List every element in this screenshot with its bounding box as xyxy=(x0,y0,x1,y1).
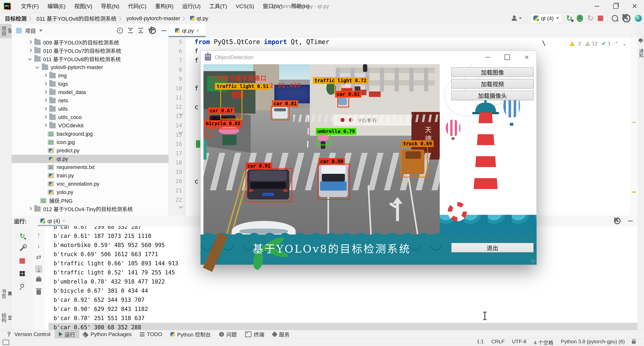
tree-item-voc_annotation.py[interactable]: voc_annotation.py xyxy=(12,180,168,188)
sidebar-tab-notifications[interactable]: 通知 xyxy=(638,47,644,60)
dialog-close-button[interactable]: × xyxy=(518,51,536,64)
down-arrow-icon[interactable]: ↓ xyxy=(37,243,40,248)
tree-item-utils_coco[interactable]: utils_coco xyxy=(12,113,168,121)
soft-wrap-icon[interactable]: ⇄ xyxy=(36,254,41,260)
tree-item-logs[interactable]: logs xyxy=(12,80,168,88)
load-image-button[interactable]: 加载图像 xyxy=(451,67,534,77)
search-icon[interactable] xyxy=(612,15,618,22)
console-line[interactable]: b'traffic light 0.52' 141 79 255 145 xyxy=(48,268,638,277)
debug-button[interactable] xyxy=(577,15,583,22)
project-panel-title[interactable]: 项目 xyxy=(25,27,36,35)
chevron-right-icon[interactable] xyxy=(27,40,33,45)
editor-scroll-strip[interactable] xyxy=(631,37,638,216)
toolbar-services[interactable]: 服务 xyxy=(268,330,294,338)
breadcrumb-item[interactable]: yolov8-pytorch-master xyxy=(126,15,180,22)
menu-item[interactable]: 工具(T) xyxy=(205,0,231,12)
layout-icon[interactable] xyxy=(2,339,9,345)
console-line[interactable]: b'car 0.90' 629 922 843 1182 xyxy=(48,304,638,314)
menu-item[interactable]: 视图(V) xyxy=(70,0,96,12)
dialog-maximize-button[interactable] xyxy=(498,51,516,64)
status-item[interactable]: CRLF xyxy=(491,339,505,346)
toolbar-run[interactable]: 运行 xyxy=(55,330,79,338)
chevron-right-icon[interactable] xyxy=(42,106,48,112)
minimize-button[interactable] xyxy=(587,0,606,12)
toolbar-terminal[interactable]: 终端 xyxy=(241,330,268,338)
chevron-right-icon[interactable] xyxy=(42,73,48,78)
menu-item[interactable]: 重构(R) xyxy=(151,0,178,12)
exit-button[interactable]: 退出 xyxy=(451,243,534,252)
dialog-minimize-button[interactable] xyxy=(479,51,496,64)
stop-button[interactable] xyxy=(598,16,603,21)
sidebar-tab-project[interactable]: 项目 xyxy=(0,24,12,38)
breadcrumb-item[interactable]: 011 基于YOLOv8的目标检测系统 xyxy=(36,15,116,22)
tree-item--.png[interactable]: 捕获.PNG xyxy=(12,196,168,205)
chevron-down-icon[interactable] xyxy=(39,30,42,32)
next-problem-icon[interactable]: ⌄ xyxy=(622,41,626,47)
tree-item-train.py[interactable]: train.py xyxy=(12,171,168,180)
tree-item-icon.jpg[interactable]: icon.jpg xyxy=(12,138,168,146)
chevron-down-icon[interactable] xyxy=(35,65,40,70)
notifications-bell-icon[interactable] xyxy=(638,39,643,42)
tree-item-012-yolov4-tiny-[interactable]: 012 基于YOLOv4-Tiny的目标检测系统 xyxy=(12,205,168,213)
clear-console-icon[interactable] xyxy=(36,290,41,295)
prev-problem-icon[interactable]: ⌃ xyxy=(614,41,618,47)
chevron-right-icon[interactable] xyxy=(42,123,48,128)
console-line[interactable]: b'umbrella 0.78' 432 918 477 1022 xyxy=(48,277,638,286)
collapse-all-icon[interactable] xyxy=(138,28,144,33)
chevron-right-icon[interactable] xyxy=(27,206,33,212)
tree-item-011-yolov8-[interactable]: 011 基于YOLOv8的目标检测系统 xyxy=(12,55,168,63)
chevron-right-icon[interactable] xyxy=(42,90,48,95)
toolbar-version-control[interactable]: Version Control xyxy=(3,330,55,338)
chevron-right-icon[interactable] xyxy=(42,81,48,87)
rerun-icon[interactable]: ↻ xyxy=(20,233,25,239)
tree-item-predict.py[interactable]: predict.py xyxy=(12,146,168,155)
breadcrumb-item[interactable]: 目标检测 xyxy=(5,15,26,22)
run-button[interactable]: ↻ xyxy=(566,15,572,22)
load-video-button[interactable]: 加载视频 xyxy=(451,79,534,89)
hide-panel-icon[interactable] xyxy=(162,30,166,31)
load-camera-button[interactable]: 加载摄像头 xyxy=(451,91,534,100)
menu-item[interactable]: VCS(S) xyxy=(231,0,258,12)
tree-item-img[interactable]: img xyxy=(12,71,168,80)
toolbar-todo[interactable]: TODO xyxy=(136,330,166,338)
tree-item-requirements.txt[interactable]: requirements.txt xyxy=(12,163,168,171)
tree-item-background.jpg[interactable]: background.jpg xyxy=(12,130,168,138)
resize-grip[interactable] xyxy=(532,259,536,264)
status-item[interactable]: UTF-8 xyxy=(512,339,526,346)
tree-item-model_data[interactable]: model_data xyxy=(12,88,168,96)
pin-icon[interactable] xyxy=(20,283,25,288)
lock-icon[interactable] xyxy=(632,341,636,344)
console-tab[interactable]: qt (4) × xyxy=(38,216,68,226)
menu-item[interactable]: 文件(F) xyxy=(17,0,43,12)
tree-item-nets[interactable]: nets xyxy=(12,96,168,105)
tree-item-010-yolov7-[interactable]: 010 基于YOLOv7的目标检测系统 xyxy=(12,47,168,55)
settings-gear-icon[interactable] xyxy=(622,14,630,23)
panel-settings-gear-icon[interactable] xyxy=(149,27,156,34)
status-item[interactable]: 4 个空格 xyxy=(534,339,554,346)
inspection-widget[interactable]: 2 12 ✔1 ⌃ ⌄ xyxy=(568,40,628,47)
console-line[interactable]: b'car 0.65' 300 68 352 288 xyxy=(48,323,638,330)
menu-item[interactable]: 编辑(E) xyxy=(43,0,70,12)
console-line[interactable]: b'car 0.78' 251 551 318 637 xyxy=(48,314,638,323)
console-line[interactable]: b'car 0.92' 652 344 913 707 xyxy=(48,295,638,304)
tree-item-utils[interactable]: utils xyxy=(12,105,168,113)
print-icon[interactable] xyxy=(36,278,42,282)
tree-item-yolo.py[interactable]: yolo.py xyxy=(12,188,168,196)
tree-item-vocdevkit[interactable]: VOCdevkit xyxy=(12,121,168,130)
up-arrow-icon[interactable]: ↑ xyxy=(37,232,40,237)
toolbar-python-console[interactable]: Python 控制台 xyxy=(166,330,215,338)
console-settings-gear-icon[interactable] xyxy=(614,218,621,224)
chevron-down-icon[interactable] xyxy=(27,56,33,62)
expand-all-icon[interactable] xyxy=(128,28,133,33)
tree-item-009-yolox-[interactable]: 009 基于YOLOX的目标检测系统 xyxy=(12,38,168,47)
chevron-right-icon[interactable] xyxy=(27,48,33,53)
run-config-select[interactable]: qt (4) xyxy=(530,14,562,23)
toolbar-python-packages[interactable]: Python Packages xyxy=(79,330,136,338)
sidebar-tab-structure[interactable]: 结构 xyxy=(0,311,12,325)
menu-item[interactable]: 代码(C) xyxy=(124,0,151,12)
chevron-right-icon[interactable] xyxy=(42,114,48,120)
layout-icon[interactable] xyxy=(20,271,25,276)
menu-item[interactable]: 导航(N) xyxy=(96,0,124,12)
tree-item-yolov8-pytorch-master[interactable]: yolov8-pytorch-master xyxy=(12,63,168,71)
locate-file-icon[interactable] xyxy=(117,28,123,34)
